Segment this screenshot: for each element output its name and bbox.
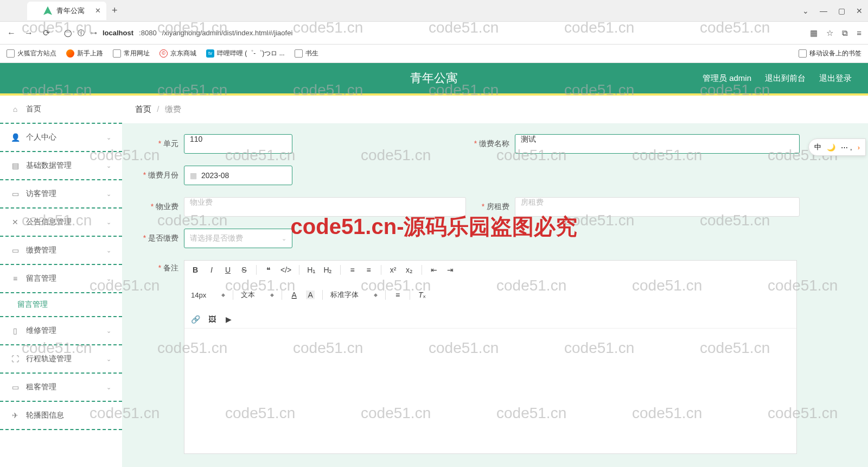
indent-icon[interactable]: ⇥ (446, 266, 455, 274)
minimize-icon[interactable]: — (820, 7, 827, 15)
h2-icon[interactable]: H₂ (323, 266, 332, 274)
underline-icon[interactable]: U (224, 266, 232, 274)
video-icon[interactable]: ▶ (224, 315, 233, 324)
database-icon: ▤ (11, 161, 20, 170)
sidebar-item-tenant[interactable]: ▭租客管理⌄ (0, 374, 122, 402)
maximize-icon[interactable]: ▢ (838, 7, 845, 15)
close-window-icon[interactable]: ✕ (856, 7, 863, 15)
close-tab-icon[interactable]: ✕ (95, 7, 101, 15)
back-icon[interactable]: ← (7, 28, 16, 38)
align-icon[interactable]: ≡ (393, 291, 402, 299)
sidebar: ⌂首页 👤个人中心⌄ ▤基础数据管理⌄ ▭访客管理⌄ ✕公告信息管理⌄ ▭缴费管… (0, 96, 122, 467)
bookmark-star-icon[interactable]: ☆ (826, 28, 833, 38)
payment-name-label: 缴费名称 (466, 139, 515, 149)
menu-icon[interactable]: ≡ (857, 28, 861, 38)
bold-icon[interactable]: B (191, 266, 200, 274)
shield-icon[interactable]: ◯ (64, 29, 72, 37)
sidebar-item-profile[interactable]: 👤个人中心⌄ (0, 124, 122, 152)
sidebar-item-repair[interactable]: ▯维修管理⌄ (0, 317, 122, 345)
property-fee-input[interactable]: 物业费 (184, 197, 466, 217)
code-icon[interactable]: </> (280, 266, 291, 274)
bookmark-item[interactable]: ©京东商城 (159, 49, 196, 58)
chevron-down-icon: ⌄ (106, 327, 111, 335)
sub-icon[interactable]: x₂ (405, 266, 414, 274)
payment-name-input[interactable]: 测试 (515, 134, 800, 154)
moon-icon[interactable]: 🌙 (827, 143, 835, 152)
image-icon[interactable]: 🖼 (208, 315, 216, 324)
rent-fee-input[interactable]: 房租费 (515, 197, 800, 217)
sidebar-item-carousel[interactable]: ✈轮播图信息⌄ (0, 402, 122, 430)
sidebar-item-message[interactable]: ≡留言管理⌄ (0, 265, 122, 293)
unit-input[interactable]: 110 (184, 134, 292, 154)
sidebar-item-basedata[interactable]: ▤基础数据管理⌄ (0, 152, 122, 180)
browser-tab[interactable]: 青年公寓 ✕ (27, 2, 106, 20)
rent-fee-label: 房租费 (466, 202, 515, 212)
clear-format-icon[interactable]: Tₓ (418, 291, 426, 299)
chevron-down-icon: ⌄ (106, 162, 111, 169)
ul-icon[interactable]: ≡ (365, 266, 373, 274)
new-tab-button[interactable]: + (112, 5, 118, 16)
h1-icon[interactable]: H₁ (307, 266, 316, 274)
bookmark-item[interactable]: tv哔哩哔哩 (゜-゜)つロ ... (206, 49, 285, 58)
editor-body[interactable] (184, 329, 796, 453)
sidebar-item-notice[interactable]: ✕公告信息管理⌄ (0, 209, 122, 237)
font-family-select[interactable]: 标准字体◆ (330, 290, 378, 300)
text-color-icon[interactable]: A (290, 291, 298, 299)
url-path: /xiyanghong/admin/dist/index.html#/jiaof… (162, 29, 293, 37)
dots-icon[interactable]: ⋯ , (841, 143, 852, 152)
paid-select[interactable]: 请选择是否缴费 ⌄ (184, 229, 292, 248)
bookmark-item[interactable]: 书生 (295, 49, 318, 58)
forward-icon[interactable]: → (24, 28, 34, 38)
mic-icon: ▯ (11, 326, 20, 335)
cancel-icon: ✕ (11, 218, 20, 226)
url-bar[interactable]: ◯ ⓘ ⊶ localhost:8080/xiyanghong/admin/di… (59, 25, 802, 41)
remark-label: 备注 (135, 260, 184, 454)
quote-icon[interactable]: ❝ (264, 266, 273, 274)
send-icon: ✈ (11, 411, 20, 420)
bookmark-item[interactable]: 常用网址 (113, 49, 150, 58)
fontsize-select[interactable]: 14px◆ (191, 291, 225, 299)
chevron-down-icon[interactable]: ⌄ (802, 7, 809, 15)
chevron-down-icon: ⌄ (106, 412, 111, 419)
ol-icon[interactable]: ≡ (348, 266, 357, 274)
chevron-down-icon: ⌄ (106, 275, 111, 282)
reload-icon[interactable]: ⟳ (41, 28, 51, 38)
italic-icon[interactable]: I (207, 266, 216, 274)
mobile-bookmarks[interactable]: 移动设备上的书签 (799, 49, 861, 58)
month-input[interactable]: ▦ 2023-08 (184, 166, 292, 185)
strike-icon[interactable]: S (240, 266, 248, 274)
text-select[interactable]: 文本◆ (241, 290, 274, 300)
app-title: 青年公寓 (410, 70, 458, 86)
bookmark-item[interactable]: 新手上路 (66, 49, 103, 58)
sup-icon[interactable]: x² (389, 266, 398, 274)
sidebar-item-visitor[interactable]: ▭访客管理⌄ (0, 180, 122, 209)
admin-label[interactable]: 管理员 admin (703, 73, 751, 84)
ime-float-tool[interactable]: 中 🌙 ⋯ , › (808, 138, 866, 156)
sidebar-sub-message-manage[interactable]: 留言管理 (0, 293, 122, 317)
calendar-icon: ▦ (190, 171, 197, 180)
breadcrumb-home[interactable]: 首页 (135, 104, 151, 113)
chevron-down-icon: ⌄ (106, 219, 111, 226)
logout-button[interactable]: 退出登录 (819, 73, 852, 84)
home-icon: ⌂ (11, 105, 20, 113)
paid-label: 是否缴费 (135, 234, 184, 243)
bookmarks-bar: 火狐官方站点 新手上路 常用网址 ©京东商城 tv哔哩哔哩 (゜-゜)つロ ..… (0, 45, 868, 63)
extensions-icon[interactable]: ⧉ (842, 28, 848, 38)
main-content: 首页 / 缴费 单元 110 缴费名称 测试 缴费月份 ▦ (122, 96, 868, 467)
exit-to-front-button[interactable]: 退出到前台 (765, 73, 806, 84)
permissions-icon[interactable]: ⓘ (78, 28, 85, 38)
sidebar-item-home[interactable]: ⌂首页 (0, 96, 122, 124)
sidebar-item-track[interactable]: ⛶行程轨迹管理⌄ (0, 345, 122, 374)
breadcrumb-current: 缴费 (165, 104, 181, 113)
bookmark-item[interactable]: 火狐官方站点 (7, 49, 56, 58)
chevron-right-icon[interactable]: › (858, 143, 860, 152)
link-icon[interactable]: 🔗 (191, 315, 200, 324)
sidebar-item-payment[interactable]: ▭缴费管理⌄ (0, 237, 122, 265)
outdent-icon[interactable]: ⇤ (430, 266, 438, 274)
breadcrumb: 首页 / 缴费 (122, 96, 868, 123)
rich-text-editor: B I U S ❝ </> H₁ H₂ ≡ ≡ x² (184, 260, 797, 454)
property-fee-label: 物业费 (135, 202, 184, 212)
bg-color-icon[interactable]: A (306, 291, 315, 299)
qr-icon[interactable]: ▦ (810, 28, 818, 38)
ime-lang[interactable]: 中 (814, 142, 821, 152)
